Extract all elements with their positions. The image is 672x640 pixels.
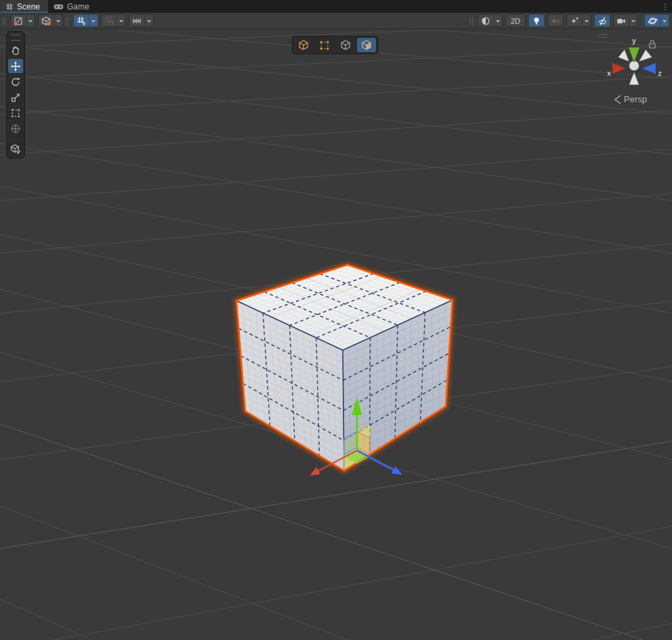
tab-scene[interactable]: Scene (0, 0, 48, 13)
rotate-icon (10, 77, 21, 87)
gizmo-z-axis-cone[interactable] (642, 63, 656, 74)
shading-mode-dropdown[interactable] (493, 15, 502, 26)
object-mode-button[interactable] (294, 38, 313, 52)
face-mode-button[interactable] (357, 38, 376, 52)
shading-mode-button[interactable] (478, 14, 503, 27)
draw-shape-icon (11, 15, 26, 26)
projection-toggle[interactable]: Persp (615, 94, 647, 104)
overlay-drag-handle[interactable] (66, 17, 70, 25)
scene-lighting-button[interactable] (528, 14, 545, 27)
tab-game-label: Game (67, 2, 89, 12)
camera-dropdown[interactable] (629, 15, 637, 26)
tools-overlay (6, 31, 25, 158)
shading-mode-icon (478, 15, 493, 26)
tab-scene-label: Scene (17, 2, 40, 12)
grid-visibility-dropdown[interactable] (89, 15, 98, 26)
object-mode-icon (297, 39, 310, 51)
transform-icon (10, 123, 21, 134)
move-tool[interactable] (8, 59, 23, 73)
effects-icon (567, 15, 582, 26)
gizmo-z-label: z (658, 69, 662, 77)
increment-snap-dropdown[interactable] (144, 15, 153, 26)
vertex-mode-icon (318, 39, 331, 51)
increment-snap-icon (129, 15, 144, 26)
face-mode-icon (360, 39, 373, 51)
gizmo-x-axis-cone[interactable] (612, 63, 626, 74)
gamepad-icon (54, 3, 64, 10)
audio-mute-icon (548, 15, 563, 26)
audio-mute-button[interactable] (547, 14, 564, 27)
hand-icon (10, 45, 21, 56)
tab-game[interactable]: Game (48, 0, 98, 13)
edge-mode-icon (339, 39, 352, 51)
scale-tool[interactable] (8, 90, 23, 104)
overlay-drag-handle[interactable] (470, 17, 475, 25)
overlay-drag-handle[interactable] (3, 17, 7, 25)
new-shape-button[interactable] (38, 14, 63, 27)
padlock-icon[interactable] (650, 41, 656, 49)
scene-visibility-icon (595, 15, 610, 26)
grid-snap-button[interactable] (101, 14, 126, 27)
edit-mode-toolbar (292, 36, 378, 54)
gizmo-y-label: y (632, 37, 636, 45)
grid-snap-icon (102, 15, 117, 26)
edit-shape-tool[interactable] (8, 142, 23, 156)
camera-icon (614, 15, 629, 26)
unity-scene-view-window: Scene Game ⋮ (0, 0, 672, 640)
projection-label: Persp (624, 94, 647, 104)
tools-drag-handle[interactable] (11, 35, 20, 41)
gizmo-y-axis-cone[interactable] (629, 47, 639, 62)
gizmo-x-label: x (607, 69, 611, 77)
edit-shape-icon (10, 144, 21, 154)
scene-visibility-button[interactable] (594, 14, 610, 27)
scene-render[interactable]: y x z Persp (0, 30, 672, 640)
grid-visibility-button[interactable]: Y (73, 14, 98, 27)
grid-hash-icon (5, 3, 14, 11)
new-shape-icon (39, 15, 54, 26)
scene-toolbar: Y 2D (0, 13, 672, 29)
grid-visibility-icon: Y (74, 15, 89, 26)
tools-divider (9, 138, 22, 139)
draw-shape-dropdown[interactable] (26, 15, 35, 26)
grid-snap-dropdown[interactable] (117, 15, 125, 26)
effects-dropdown[interactable] (582, 15, 591, 26)
increment-snap-button[interactable] (129, 14, 154, 27)
scale-icon (10, 92, 21, 103)
svg-text:Y: Y (83, 21, 86, 25)
scene-lighting-icon (529, 15, 544, 26)
move-gizmo-z-axis[interactable] (357, 450, 402, 475)
edge-mode-button[interactable] (336, 38, 355, 52)
rotate-tool[interactable] (8, 74, 23, 89)
move-icon (10, 61, 21, 72)
toolbar-separator (641, 16, 642, 26)
tab-bar: Scene Game ⋮ (0, 0, 672, 13)
new-shape-dropdown[interactable] (54, 15, 62, 26)
draw-shape-button[interactable] (10, 14, 35, 27)
effects-button[interactable] (566, 14, 591, 27)
vertex-mode-button[interactable] (315, 38, 334, 52)
rect-tool[interactable] (8, 106, 23, 120)
rect-icon (10, 108, 21, 119)
scene-orientation-gizmo[interactable]: y x z Persp (599, 35, 662, 104)
transform-tool[interactable] (8, 121, 23, 135)
gizmo-drag-handle[interactable] (599, 35, 608, 37)
camera-button[interactable] (613, 14, 638, 27)
2d-toggle-button[interactable]: 2D (505, 14, 526, 27)
2d-label: 2D (506, 17, 525, 25)
component-orbit-icon (645, 15, 660, 26)
component-orbit-button[interactable] (644, 14, 669, 27)
component-orbit-dropdown[interactable] (660, 15, 669, 26)
scene-viewport[interactable]: y x z Persp (0, 30, 672, 640)
kebab-menu-icon[interactable]: ⋮ (658, 0, 672, 13)
view-hand-tool[interactable] (8, 43, 23, 58)
